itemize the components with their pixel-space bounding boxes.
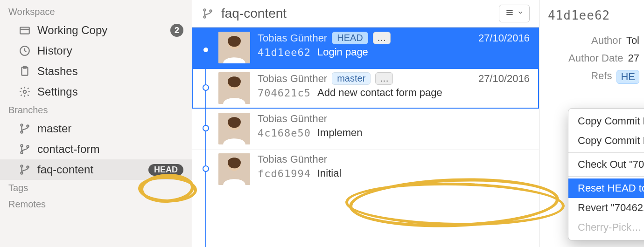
graph-node [203, 125, 209, 131]
section-workspace: Workspace [0, 4, 192, 20]
sidebar: Workspace Working Copy 2 History Stashes… [0, 0, 192, 247]
ctx-copy-info[interactable]: Copy Commit Info to Clipboard [568, 131, 644, 151]
context-menu: Copy Commit Hash to Clipboard Copy Commi… [568, 108, 644, 240]
svg-point-14 [27, 166, 28, 168]
view-options-button[interactable] [499, 5, 530, 22]
graph-node [203, 165, 209, 172]
svg-point-8 [27, 125, 28, 127]
svg-point-17 [210, 10, 211, 12]
commit-subject: Initial [317, 167, 341, 179]
commit-subject: Implemen [317, 127, 363, 139]
commit-hash: 4c168e50 [258, 127, 311, 139]
sidebar-item-label: faq-content [37, 163, 93, 176]
sidebar-branch-contact-form[interactable]: contact-form [0, 139, 192, 159]
sidebar-item-label: master [37, 122, 71, 135]
ref-tag-master: master [332, 72, 371, 85]
working-copy-badge: 2 [170, 24, 183, 37]
svg-point-11 [27, 145, 28, 147]
list-icon [505, 8, 514, 19]
svg-point-6 [21, 124, 22, 126]
commit-hash: 41d1ee62 [258, 47, 311, 58]
svg-point-7 [21, 131, 22, 133]
branch-icon [19, 143, 31, 155]
branch-icon [19, 164, 31, 176]
branch-icon [202, 7, 214, 20]
detail-hash: 41d1ee62 [548, 8, 639, 22]
chevron-down-icon [517, 9, 524, 18]
commit-author: Tobias Günther [258, 32, 327, 44]
sidebar-stashes[interactable]: Stashes [0, 61, 192, 82]
toolbar-branch-name: faq-content [221, 6, 287, 21]
svg-point-9 [21, 144, 22, 146]
graph-node [203, 84, 209, 91]
clock-icon [19, 45, 31, 57]
gear-icon [19, 86, 31, 98]
separator [568, 176, 644, 177]
commit-row[interactable]: Tobias Günther HEAD … 27/10/2016 41d1ee6… [192, 27, 539, 68]
avatar [218, 113, 250, 144]
detail-date-value: 27 [628, 52, 639, 64]
commit-author: Tobias Günther [258, 113, 327, 125]
folder-icon [19, 24, 31, 36]
svg-point-12 [21, 165, 22, 167]
ctx-reset-head[interactable]: Reset HEAD to "704621c5" [568, 178, 644, 198]
ctx-cherry-pick[interactable]: Cherry-Pick… [568, 218, 644, 237]
sidebar-settings[interactable]: Settings [0, 82, 192, 102]
detail-author-label: Author [591, 34, 622, 47]
ctx-copy-hash[interactable]: Copy Commit Hash to Clipboard [568, 111, 644, 131]
detail-refs-label: Refs [591, 70, 612, 84]
toolbar: faq-content [192, 0, 539, 27]
section-branches: Branches [0, 102, 192, 118]
section-remotes: Remotes [0, 196, 192, 213]
ref-tag-head: HEAD [332, 32, 368, 44]
commit-row[interactable]: Tobias Günther 4c168e50 Implemen [192, 109, 539, 149]
ctx-revert[interactable]: Revert "704621c5"… [568, 198, 644, 218]
commit-subject: Add new contact form page [317, 87, 442, 99]
sidebar-branch-master[interactable]: master [0, 118, 192, 139]
commit-list: Tobias Günther HEAD … 27/10/2016 41d1ee6… [192, 27, 539, 247]
commit-row[interactable]: Tobias Günther fcd61994 Initial [192, 149, 539, 190]
detail-refs-value: HE [616, 70, 639, 84]
sidebar-history[interactable]: History [0, 41, 192, 61]
ref-tag-more[interactable]: … [375, 72, 393, 85]
svg-point-15 [203, 9, 205, 11]
commit-author: Tobias Günther [258, 73, 327, 85]
commit-date: 27/10/2016 [478, 73, 530, 85]
ref-tag-more[interactable]: … [373, 32, 391, 44]
sidebar-item-label: contact-form [37, 143, 99, 156]
avatar [218, 32, 250, 63]
section-tags: Tags [0, 180, 192, 196]
svg-rect-0 [20, 27, 29, 34]
clipboard-icon [19, 65, 31, 77]
detail-author-value: Tol [626, 34, 639, 47]
commit-author: Tobias Günther [258, 153, 327, 165]
svg-point-13 [21, 172, 22, 174]
avatar [218, 72, 250, 104]
sidebar-item-label: Settings [37, 85, 78, 98]
commit-hash: 704621c5 [258, 87, 311, 99]
commit-row[interactable]: Tobias Günther master … 27/10/2016 70462… [192, 68, 539, 109]
sidebar-item-label: History [37, 44, 72, 57]
svg-point-10 [21, 151, 22, 153]
separator [568, 152, 644, 153]
commit-subject: Login page [317, 46, 368, 58]
svg-point-16 [203, 16, 205, 18]
commit-date: 27/10/2016 [478, 32, 530, 44]
main-panel: faq-content Tobias Günther HEAD … 2 [192, 0, 539, 247]
sidebar-item-label: Stashes [37, 65, 78, 78]
detail-date-label: Author Date [568, 52, 623, 64]
avatar [218, 153, 250, 185]
branch-icon [19, 123, 31, 135]
commit-hash: fcd61994 [258, 168, 311, 179]
sidebar-item-label: Working Copy [37, 24, 107, 37]
svg-point-5 [23, 90, 27, 94]
head-badge: HEAD [148, 164, 183, 176]
ctx-checkout[interactable]: Check Out "704621c5" [568, 155, 644, 174]
sidebar-branch-faq-content[interactable]: faq-content HEAD [0, 159, 192, 180]
graph-node [203, 47, 209, 53]
sidebar-working-copy[interactable]: Working Copy 2 [0, 20, 192, 41]
